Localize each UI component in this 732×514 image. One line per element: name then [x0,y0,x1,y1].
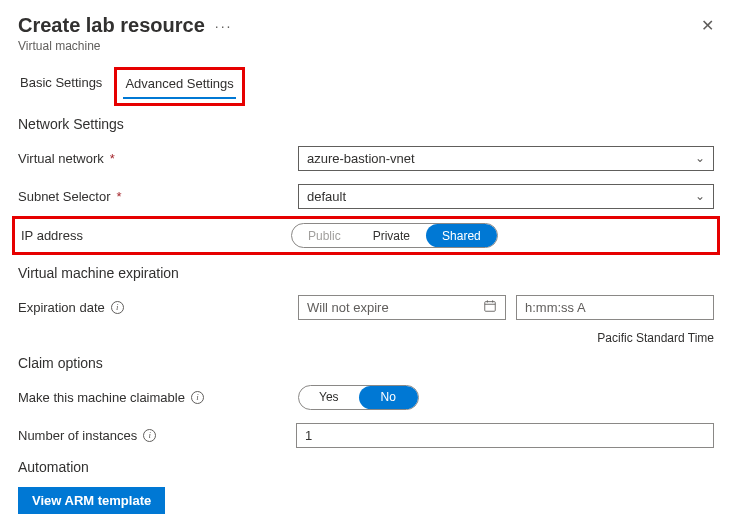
label-ip-address: IP address [21,228,291,243]
label-make-claimable: Make this machine claimable i [18,390,298,405]
info-icon[interactable]: i [143,429,156,442]
virtual-network-select[interactable]: azure-bastion-vnet ⌄ [298,146,714,171]
page-title: Create lab resource [18,14,205,37]
expiration-date-input[interactable]: Will not expire [298,295,506,320]
claimable-yes[interactable]: Yes [299,386,359,409]
ip-option-public[interactable]: Public [292,224,357,247]
section-claim-options: Claim options [18,355,714,371]
subnet-select[interactable]: default ⌄ [298,184,714,209]
info-icon[interactable]: i [111,301,124,314]
tab-basic-settings[interactable]: Basic Settings [18,71,104,100]
claimable-no[interactable]: No [359,386,418,409]
label-subnet-selector: Subnet Selector * [18,189,298,204]
close-icon[interactable]: ✕ [701,16,714,35]
section-vm-expiration: Virtual machine expiration [18,265,714,281]
chevron-down-icon: ⌄ [695,189,705,203]
ip-option-shared[interactable]: Shared [426,224,497,247]
tab-bar: Basic Settings Advanced Settings [18,71,714,100]
calendar-icon [483,299,497,316]
chevron-down-icon: ⌄ [695,151,705,165]
tab-advanced-settings[interactable]: Advanced Settings [123,72,235,99]
view-arm-template-button[interactable]: View ARM template [18,487,165,514]
timezone-label: Pacific Standard Time [18,331,714,345]
ip-address-toggle: Public Private Shared [291,223,498,248]
more-icon[interactable]: ··· [215,18,233,34]
ip-option-private[interactable]: Private [357,224,426,247]
section-network-settings: Network Settings [18,116,714,132]
page-subtitle: Virtual machine [18,39,714,53]
expiration-time-input[interactable]: h:mm:ss A [516,295,714,320]
svg-rect-0 [485,301,496,311]
instances-input[interactable]: 1 [296,423,714,448]
label-expiration-date: Expiration date i [18,300,298,315]
label-virtual-network: Virtual network * [18,151,298,166]
claimable-toggle: Yes No [298,385,419,410]
section-automation: Automation [18,459,714,475]
info-icon[interactable]: i [191,391,204,404]
label-number-of-instances: Number of instances i [18,428,296,443]
